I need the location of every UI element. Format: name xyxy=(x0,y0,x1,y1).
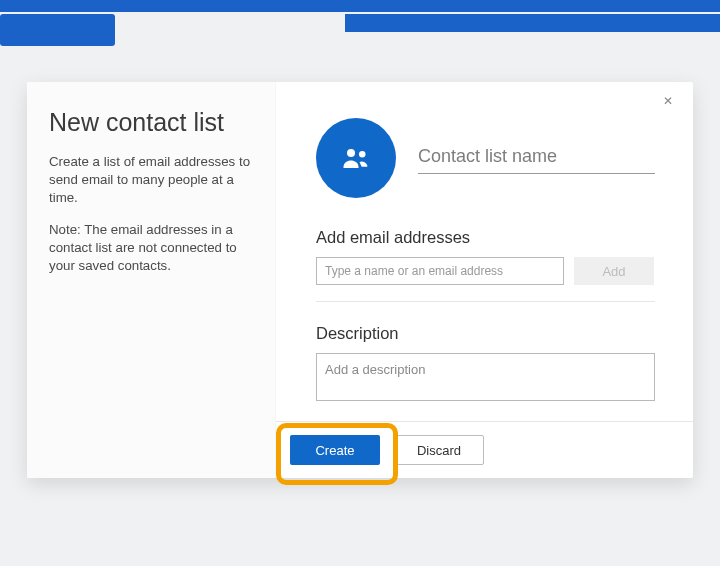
description-textarea[interactable] xyxy=(316,353,655,401)
dialog-title: New contact list xyxy=(49,108,253,137)
dialog-description: Create a list of email addresses to send… xyxy=(49,153,253,207)
email-section-label: Add email addresses xyxy=(316,228,655,247)
svg-point-0 xyxy=(347,149,355,157)
header-row xyxy=(316,118,655,198)
close-icon: ✕ xyxy=(663,94,673,108)
section-divider xyxy=(316,301,655,302)
bg-toolbar-strip-right xyxy=(345,14,720,32)
create-button[interactable]: Create xyxy=(290,435,380,465)
bg-toolbar-button xyxy=(0,14,115,46)
add-email-button[interactable]: Add xyxy=(574,257,654,285)
close-button[interactable]: ✕ xyxy=(661,94,675,108)
email-input-row: Add xyxy=(316,257,655,285)
dialog-footer: Create Discard xyxy=(276,421,693,478)
dialog-note: Note: The email addresses in a contact l… xyxy=(49,221,253,275)
new-contact-list-dialog: New contact list Create a list of email … xyxy=(27,82,693,478)
create-button-label: Create xyxy=(315,443,354,458)
people-icon xyxy=(341,143,371,173)
description-section-label: Description xyxy=(316,324,655,343)
contact-list-avatar xyxy=(316,118,396,198)
svg-point-1 xyxy=(359,151,366,158)
email-address-input[interactable] xyxy=(316,257,564,285)
dialog-form-pane: ✕ Add email addresses Add Description xyxy=(276,82,693,478)
bg-toolbar-strip xyxy=(0,0,720,12)
dialog-info-pane: New contact list Create a list of email … xyxy=(27,82,276,478)
discard-button[interactable]: Discard xyxy=(394,435,484,465)
contact-list-name-input[interactable] xyxy=(418,142,655,174)
